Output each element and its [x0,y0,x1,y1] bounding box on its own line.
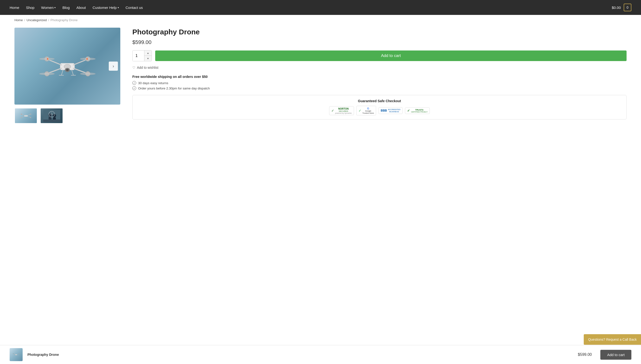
bbb-icon: BBB [381,109,387,112]
checkout-box: Guaranteed Safe Checkout ✓ NORTON SECURE… [132,95,626,120]
breadcrumb-current: Photography Drone [51,18,78,22]
svg-point-35 [21,114,22,114]
shipping-title: Free worldwide shipping on all orders ov… [132,75,626,78]
cart-button[interactable]: 0 [624,4,631,11]
thumb-people-svg [43,110,60,122]
checkout-badges: ✓ NORTON SECURED powered by Symantec ✓ G… [137,106,621,116]
women-dropdown-icon: ▾ [54,6,56,9]
nav-item-about[interactable]: About [77,6,86,10]
nav-item-blog[interactable]: Blog [62,6,70,10]
nav-item-home[interactable]: Home [10,6,19,10]
svg-point-24 [25,116,27,116]
svg-point-32 [30,117,31,118]
google-icon: ✓ [359,109,361,112]
breadcrumb-sep-2: / [48,18,49,22]
cart-price: $0.00 [612,6,621,10]
main-image-placeholder [15,28,120,104]
customer-help-dropdown-icon: ▾ [118,6,119,9]
product-page: › [0,25,641,133]
svg-point-31 [21,117,22,118]
qty-buttons: ▲ ▼ [144,50,152,61]
svg-line-7 [48,68,61,73]
check-icon-1: ✓ [132,81,136,85]
thumb-drone-image [15,108,37,123]
product-price: $599.00 [132,39,626,46]
svg-line-20 [72,70,73,75]
navbar: Home Shop Women ▾ Blog About Customer He… [0,0,641,15]
checkout-title: Guaranteed Safe Checkout [137,99,621,103]
truste-badge: ✓ TRUSTe CERTIFIED PRIVACY [405,108,430,114]
bbb-badge: BBB ACCREDITED BUSINESS [379,107,403,114]
wishlist-label: Add to wishlist [137,66,158,70]
breadcrumb-category[interactable]: Uncategorized [27,18,47,22]
heart-icon: ♡ [132,66,135,70]
product-title: Photography Drone [132,28,626,36]
add-to-wishlist-button[interactable]: ♡ Add to wishlist [132,66,158,70]
nav-item-customer-help[interactable]: Customer Help ▾ [93,6,119,10]
svg-rect-41 [43,120,60,122]
bbb-label: ACCREDITED BUSINESS [388,108,400,113]
next-arrow-icon: › [113,64,114,69]
norton-label: NORTON SECURED powered by Symantec [335,108,352,114]
thumbnail-1[interactable] [15,108,37,124]
svg-line-27 [22,116,25,118]
shipping-item-2: ✓ Order yours before 2.30pm for same day… [132,86,626,90]
breadcrumb-sep-1: / [24,18,25,22]
svg-line-8 [73,68,87,73]
shipping-item-1: ✓ 30 days easy returns [132,81,626,85]
thumb-people-image [41,108,63,123]
svg-line-6 [73,60,87,65]
norton-icon: ✓ [331,109,334,112]
shipping-section: Free worldwide shipping on all orders ov… [132,75,626,90]
breadcrumb: Home / Uncategorized / Photography Drone [0,15,641,25]
nav-menu: Home Shop Women ▾ Blog About Customer He… [10,6,143,10]
image-next-button[interactable]: › [109,62,118,71]
svg-line-26 [27,114,30,116]
qty-up-button[interactable]: ▲ [144,50,152,56]
svg-line-5 [48,60,61,65]
svg-line-19 [61,70,63,75]
thumbnails [15,108,120,124]
nav-item-shop[interactable]: Shop [26,6,35,10]
svg-line-28 [27,116,30,118]
truste-label: TRUSTe CERTIFIED PRIVACY [411,109,428,113]
cart-count: 0 [626,6,628,10]
breadcrumb-home[interactable]: Home [15,18,23,22]
quantity-wrapper: ▲ ▼ [132,50,152,61]
google-label: G Google Home Trusted Store [362,107,374,114]
drone-illustration [31,42,104,90]
google-badge: ✓ G Google Home Trusted Store [356,106,376,116]
nav-right: $0.00 0 [612,4,631,11]
product-details: Photography Drone $599.00 ▲ ▼ Add to car… [132,28,626,120]
svg-line-25 [22,114,25,116]
svg-point-34 [29,114,32,114]
add-cart-row: ▲ ▼ Add to cart [132,50,626,61]
add-to-cart-button[interactable]: Add to cart [155,50,626,61]
product-images: › [15,28,120,124]
main-image: › [15,28,120,104]
qty-down-button[interactable]: ▼ [144,56,152,61]
svg-point-16 [80,72,96,75]
svg-point-15 [39,72,55,75]
nav-item-women[interactable]: Women ▾ [41,6,56,10]
svg-point-18 [86,58,88,60]
quantity-input[interactable] [133,50,144,61]
nav-item-contact-us[interactable]: Contact us [126,6,143,10]
thumbnail-2[interactable] [40,108,63,124]
truste-icon: ✓ [407,109,410,112]
svg-point-17 [47,58,48,60]
norton-badge: ✓ NORTON SECURED powered by Symantec [329,106,354,115]
svg-point-4 [66,69,69,71]
thumb-drone-svg [18,110,35,121]
check-icon-2: ✓ [132,86,136,90]
